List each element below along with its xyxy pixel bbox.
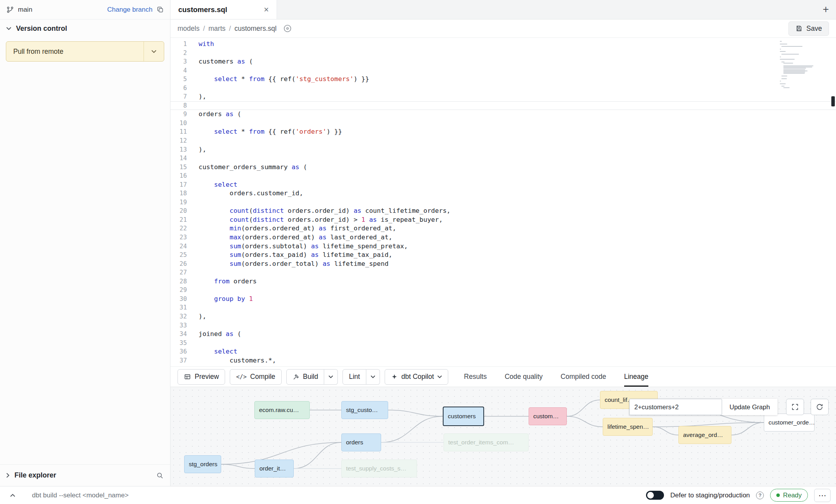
- new-tab-button[interactable]: +: [816, 0, 836, 19]
- command-placeholder[interactable]: dbt build --select <model_name>: [32, 492, 129, 499]
- code-line[interactable]: 31: [170, 303, 836, 312]
- code-line[interactable]: 37 customers.*,: [170, 356, 836, 365]
- code-line[interactable]: 2: [170, 49, 836, 58]
- lineage-node-stg_orders[interactable]: stg_orders: [184, 455, 221, 473]
- code-line[interactable]: 7),: [170, 92, 836, 101]
- code-line[interactable]: 26 sum(orders.order_total) as lifetime_s…: [170, 260, 836, 269]
- close-icon[interactable]: ×: [264, 5, 269, 14]
- change-branch-link[interactable]: Change branch: [107, 6, 153, 14]
- code-line[interactable]: 29: [170, 286, 836, 295]
- file-explorer-header[interactable]: File explorer: [0, 464, 170, 486]
- tab-results[interactable]: Results: [464, 367, 486, 387]
- breadcrumb-item-file[interactable]: customers.sql: [234, 25, 277, 33]
- save-button[interactable]: Save: [788, 21, 829, 36]
- code-line[interactable]: 13),: [170, 145, 836, 154]
- code-line[interactable]: 8: [170, 101, 836, 110]
- code-line[interactable]: 15customer_orders_summary as (: [170, 163, 836, 172]
- toggle-knob: [647, 492, 654, 499]
- defer-toggle[interactable]: [646, 491, 664, 500]
- code-text: orders.customer_id,: [195, 189, 303, 198]
- lineage-node-customers2[interactable]: custom…: [529, 407, 567, 425]
- code-line[interactable]: 34joined as (: [170, 330, 836, 339]
- help-icon[interactable]: ?: [756, 492, 764, 499]
- status-badge[interactable]: Ready: [770, 489, 808, 502]
- code-line[interactable]: 17 select: [170, 180, 836, 189]
- code-line[interactable]: 19: [170, 198, 836, 207]
- tab-lineage[interactable]: Lineage: [624, 367, 648, 387]
- code-line[interactable]: 35: [170, 339, 836, 348]
- tab-compiled-code[interactable]: Compiled code: [561, 367, 606, 387]
- code-line[interactable]: 33: [170, 321, 836, 330]
- code-line[interactable]: 20 count(distinct orders.order_id) as co…: [170, 207, 836, 216]
- lineage-panel[interactable]: Update Graph ecom.raw.cu…stg_custo…custo…: [170, 387, 836, 486]
- minimap[interactable]: [780, 41, 815, 88]
- lineage-node-ecom[interactable]: ecom.raw.cu…: [254, 401, 310, 419]
- line-number: 26: [170, 260, 195, 269]
- code-line[interactable]: 23 max(orders.ordered_at) as last_ordere…: [170, 233, 836, 242]
- update-graph-button[interactable]: Update Graph: [722, 399, 777, 415]
- code-text: [195, 339, 199, 348]
- lineage-node-lifetime_spend[interactable]: lifetime_spen…: [603, 418, 653, 436]
- code-line[interactable]: 14: [170, 154, 836, 163]
- code-line[interactable]: 28 from orders: [170, 277, 836, 286]
- code-line[interactable]: 3customers as (: [170, 57, 836, 66]
- lint-dropdown[interactable]: [366, 369, 380, 385]
- lineage-node-average_order[interactable]: average_ord…: [678, 426, 731, 444]
- lineage-node-order_items[interactable]: order_it…: [255, 460, 294, 477]
- code-line[interactable]: 10: [170, 119, 836, 128]
- lineage-node-customer_orders[interactable]: customer_orde…: [764, 414, 815, 431]
- code-line[interactable]: 9orders as (: [170, 110, 836, 119]
- fullscreen-button[interactable]: [786, 399, 804, 415]
- build-dropdown[interactable]: [324, 369, 338, 385]
- tab-customers-sql[interactable]: customers.sql ×: [170, 0, 277, 19]
- lineage-node-stg_customers[interactable]: stg_custo…: [341, 401, 388, 419]
- build-button[interactable]: Build: [286, 369, 325, 385]
- code-line[interactable]: 11 select * from {{ ref('orders') }}: [170, 127, 836, 136]
- code-line[interactable]: 18 orders.customer_id,: [170, 189, 836, 198]
- code-line[interactable]: 6: [170, 84, 836, 93]
- lineage-node-test_supply[interactable]: test_supply_costs_s…: [341, 460, 417, 477]
- search-icon[interactable]: [156, 472, 164, 479]
- save-icon: [795, 25, 802, 32]
- code-text: [195, 286, 199, 295]
- code-line[interactable]: 21 count(distinct orders.order_id) > 1 a…: [170, 216, 836, 225]
- scrollbar-thumb[interactable]: [831, 96, 835, 106]
- line-number: 1: [170, 40, 195, 49]
- copy-icon[interactable]: [156, 6, 164, 13]
- pull-from-remote-button[interactable]: Pull from remote: [6, 42, 144, 61]
- code-line[interactable]: 1with: [170, 40, 836, 49]
- code-line[interactable]: 12: [170, 136, 836, 145]
- expand-command-bar-button[interactable]: [5, 489, 20, 502]
- code-line[interactable]: 4: [170, 66, 836, 75]
- code-line[interactable]: 22 min(orders.ordered_at) as first_order…: [170, 224, 836, 233]
- compile-button[interactable]: </> Compile: [230, 369, 281, 385]
- model-badge-icon[interactable]: [283, 24, 292, 33]
- code-line[interactable]: 5 select * from {{ ref('stg_customers') …: [170, 75, 836, 84]
- lineage-node-test_order_items[interactable]: test_order_items_com…: [444, 433, 529, 451]
- more-menu-button[interactable]: ⋯: [814, 489, 831, 502]
- code-line[interactable]: 16: [170, 172, 836, 180]
- pull-from-remote-dropdown[interactable]: [144, 42, 164, 61]
- code-text: count(distinct orders.order_id) as count…: [195, 207, 451, 216]
- breadcrumb-item-models[interactable]: models: [177, 25, 199, 33]
- breadcrumb-item-marts[interactable]: marts: [208, 25, 225, 33]
- code-line[interactable]: 25 sum(orders.tax_paid) as lifetime_tax_…: [170, 251, 836, 260]
- code-line[interactable]: 27: [170, 268, 836, 277]
- code-line[interactable]: 24 sum(orders.subtotal) as lifetime_spen…: [170, 242, 836, 251]
- preview-button[interactable]: Preview: [177, 369, 225, 385]
- lint-button[interactable]: Lint: [343, 369, 366, 385]
- lineage-node-orders[interactable]: orders: [341, 433, 381, 451]
- code-line[interactable]: 30 group by 1: [170, 295, 836, 304]
- dbt-copilot-button[interactable]: dbt Copilot: [385, 369, 449, 385]
- code-line[interactable]: 32),: [170, 312, 836, 321]
- lineage-search-input[interactable]: [629, 399, 722, 415]
- code-line[interactable]: 36 select: [170, 347, 836, 356]
- lineage-node-customers[interactable]: customers: [443, 407, 484, 426]
- ready-dot-icon: [776, 493, 780, 497]
- code-editor[interactable]: 1with23customers as (45 select * from {{…: [170, 38, 836, 366]
- preview-label: Preview: [195, 373, 219, 381]
- tab-code-quality[interactable]: Code quality: [505, 367, 543, 387]
- copilot-sparkle-icon: [391, 373, 398, 380]
- version-control-header[interactable]: Version control: [0, 19, 170, 37]
- refresh-button[interactable]: [811, 399, 829, 415]
